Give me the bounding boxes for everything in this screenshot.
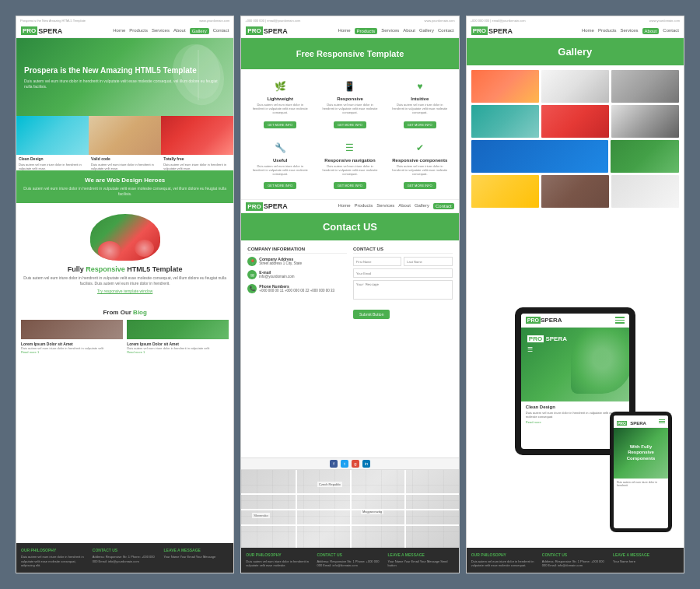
nav4-about[interactable]: About bbox=[642, 28, 660, 34]
nav4-products[interactable]: Products bbox=[598, 28, 617, 34]
tablet-hamburger-icon[interactable] bbox=[615, 317, 625, 324]
thumb-label-3: Totally free bbox=[161, 155, 233, 163]
last-name-input[interactable] bbox=[404, 257, 452, 266]
phone-ham-line1 bbox=[659, 419, 665, 420]
nav2-services[interactable]: Services bbox=[381, 28, 399, 34]
try-link[interactable]: Try responsive template window bbox=[97, 289, 152, 293]
footer-contact-title-col1: CONTACT US bbox=[93, 548, 158, 552]
message-textarea[interactable] bbox=[353, 280, 453, 300]
nav2-home[interactable]: Home bbox=[338, 28, 351, 34]
first-name-input[interactable] bbox=[353, 257, 401, 266]
footer-contact-col3: CONTACT US Address: Responsive Str. 1 Ph… bbox=[542, 552, 608, 568]
nav4-contact[interactable]: Contact bbox=[663, 28, 679, 34]
feature-btn-3[interactable]: GET MORE INFO bbox=[264, 182, 296, 189]
nav-icon: ☰ bbox=[342, 140, 358, 156]
nav-home[interactable]: Home bbox=[113, 28, 125, 34]
phone-hamburger-icon[interactable] bbox=[659, 419, 665, 423]
feature-title-1: Responsive bbox=[320, 96, 380, 101]
linkedin-icon[interactable]: in bbox=[362, 460, 370, 468]
nav3-products[interactable]: Products bbox=[355, 203, 373, 209]
gallery-row-2 bbox=[471, 105, 679, 138]
footer-msg-title-col1: LEAVE A MESSAGE bbox=[164, 548, 229, 552]
nav-about[interactable]: About bbox=[173, 28, 186, 34]
feature-btn-5[interactable]: GET MORE INFO bbox=[404, 182, 436, 189]
tablet-content-title: Clean Design bbox=[526, 405, 625, 409]
nav3-home[interactable]: Home bbox=[338, 203, 351, 209]
header-col1: PRO SPERA Home Products Services About G… bbox=[16, 24, 233, 38]
nav-gallery[interactable]: Gallery bbox=[190, 28, 209, 34]
nav-contact[interactable]: Contact bbox=[213, 28, 229, 34]
feature-btn-4[interactable]: GET MORE INFO bbox=[334, 182, 366, 189]
thumb-1: Clean Design Duis autem vel eum iriure d… bbox=[16, 116, 89, 170]
gplus-icon[interactable]: g bbox=[352, 460, 359, 468]
nav-products[interactable]: Products bbox=[129, 28, 148, 34]
lightweight-icon: 🌿 bbox=[272, 79, 288, 94]
map-section: Czech Republic Slovensko Magyarország bbox=[241, 470, 458, 548]
fruit-image bbox=[90, 214, 160, 261]
footer-message-col1: LEAVE A MESSAGE Your Name Your Email You… bbox=[164, 548, 229, 568]
nav3-contact[interactable]: Contact bbox=[433, 203, 454, 209]
gallery-item-9[interactable] bbox=[471, 175, 539, 208]
feature-btn-2[interactable]: GET MORE INFO bbox=[404, 121, 436, 128]
gallery-item-5[interactable] bbox=[541, 105, 609, 138]
nav4-services[interactable]: Services bbox=[621, 28, 639, 34]
nav2-contact[interactable]: Contact bbox=[438, 28, 454, 34]
site-info-bar-col1: Prospera is the New Amazing HTML5 Templa… bbox=[16, 16, 233, 24]
hamburger-line1 bbox=[615, 317, 625, 318]
feature-desc-1: Duis autem vel eum iriure dolor in hendr… bbox=[320, 103, 380, 115]
feature-btn-1[interactable]: GET MORE INFO bbox=[334, 121, 366, 128]
gallery-item-8[interactable] bbox=[611, 140, 679, 173]
column-2: +000 000 000 | email@yourdomain.com www.… bbox=[240, 16, 459, 573]
gallery-item-3[interactable] bbox=[611, 70, 679, 103]
contact-body: COMPANY INFORMATION 📍 Company Address St… bbox=[241, 240, 458, 458]
feature-title-2: Intuitive bbox=[390, 96, 450, 101]
blog-posts: Lorem Ipsum Dolor sit Amet Duis autem ve… bbox=[21, 320, 229, 354]
blog-read-more-1[interactable]: Read more 1 bbox=[21, 350, 123, 354]
nav3-gallery[interactable]: Gallery bbox=[415, 203, 429, 209]
logo-pro-col1: PRO bbox=[21, 26, 37, 35]
feature-btn-0[interactable]: GET MORE INFO bbox=[264, 121, 296, 128]
green-section-title: We are Web Design Heroes bbox=[23, 177, 227, 184]
gallery-item-6[interactable] bbox=[611, 105, 679, 138]
gallery-item-11[interactable] bbox=[611, 175, 679, 208]
company-info: COMPANY INFORMATION 📍 Company Address St… bbox=[247, 247, 347, 451]
gallery-item-1[interactable] bbox=[471, 70, 539, 103]
green-section-sub: Duis autem vel eum iriure dolor in hendr… bbox=[23, 186, 227, 197]
tablet-header: PRO SPERA bbox=[521, 314, 629, 328]
gallery-item-10[interactable] bbox=[541, 175, 609, 208]
submit-button[interactable]: Submit Button bbox=[353, 310, 390, 319]
hamburger-line2 bbox=[615, 320, 625, 321]
nav4-home[interactable]: Home bbox=[582, 28, 594, 34]
tablet-logo-pro: PRO bbox=[526, 317, 541, 324]
email-input[interactable] bbox=[353, 268, 453, 278]
contact-form-title: CONTACT US bbox=[353, 247, 453, 254]
phone-logo-pro: PRO bbox=[617, 421, 627, 426]
logo-name-col2: SPERA bbox=[264, 27, 288, 35]
components-icon: ✔ bbox=[412, 140, 428, 156]
free-template-title: Free Responsive Template bbox=[296, 49, 404, 58]
nav-services[interactable]: Services bbox=[152, 28, 170, 34]
nav3-about[interactable]: About bbox=[398, 203, 411, 209]
footer-contact-text-col2: Address: Responsive Str. 1 Phone: +000 0… bbox=[317, 559, 383, 568]
footer-contact-title-col3: CONTACT US bbox=[542, 552, 608, 557]
gallery-item-7[interactable] bbox=[471, 140, 608, 173]
thumb-img-3 bbox=[161, 116, 233, 155]
tablet-logo-name: SPERA bbox=[541, 317, 562, 324]
nav2-about[interactable]: About bbox=[403, 28, 415, 34]
blog-read-more-2[interactable]: Read more 1 bbox=[127, 350, 229, 354]
nav2-products[interactable]: Products bbox=[355, 28, 378, 34]
hero-title-col1: Prospera is the New Amazing HTML5 Templa… bbox=[24, 65, 226, 75]
footer-message-text-col3: Your Name here bbox=[613, 559, 679, 564]
gallery-row-1 bbox=[471, 70, 679, 103]
facebook-icon[interactable]: f bbox=[330, 460, 338, 468]
gallery-item-2[interactable] bbox=[541, 70, 609, 103]
thumb-img-1 bbox=[16, 116, 89, 155]
footer-msg-text-col1: Your Name Your Email Your Message bbox=[164, 555, 229, 559]
gallery-item-4[interactable] bbox=[471, 105, 539, 138]
feature-title-5: Responsive components bbox=[390, 158, 450, 163]
nav2-gallery[interactable]: Gallery bbox=[419, 28, 434, 34]
twitter-icon[interactable]: t bbox=[341, 460, 348, 468]
nav3-services[interactable]: Services bbox=[376, 203, 394, 209]
feature-responsive: 📱 Responsive Duis autem vel eum iriure d… bbox=[317, 75, 383, 132]
fruit-section: Fully Responsive HTML5 Template Duis aut… bbox=[16, 203, 233, 304]
